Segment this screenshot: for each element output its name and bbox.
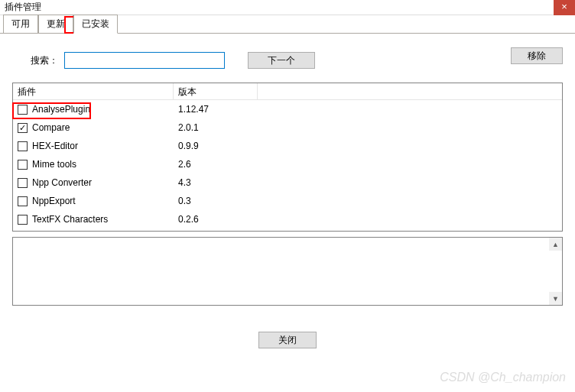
plugin-version: 4.3: [174, 177, 258, 188]
table-row[interactable]: Npp Converter4.3: [13, 173, 562, 192]
checkbox-icon[interactable]: [18, 196, 28, 206]
checkbox-icon[interactable]: [18, 215, 28, 225]
search-input[interactable]: [64, 52, 225, 69]
close-icon[interactable]: ×: [554, 0, 575, 15]
titlebar: 插件管理 ×: [0, 0, 575, 15]
plugin-version: 0.3: [174, 196, 258, 206]
checkbox-icon[interactable]: [18, 160, 28, 170]
next-button[interactable]: 下一个: [248, 52, 315, 69]
plugin-name: HEX-Editor: [32, 141, 78, 151]
plugin-version: 1.12.47: [174, 104, 258, 115]
search-row: 搜索： 下一个: [31, 52, 563, 69]
plugin-version: 0.2.6: [174, 214, 258, 225]
plugin-version: 0.9.9: [174, 141, 258, 151]
plugin-name: NppExport: [32, 196, 76, 206]
remove-button[interactable]: 移除: [511, 47, 563, 64]
plugin-name: Npp Converter: [32, 177, 92, 188]
tab-strip: 可用 更新 已安装: [0, 15, 575, 34]
table-body: AnalysePlugin1.12.47✓Compare2.0.1HEX-Edi…: [13, 100, 562, 228]
col-version[interactable]: 版本: [174, 83, 258, 99]
window-title: 插件管理: [0, 1, 46, 14]
col-spacer: [258, 83, 562, 99]
table-row[interactable]: Mime tools2.6: [13, 155, 562, 173]
col-plugin[interactable]: 插件: [13, 83, 174, 99]
checkbox-icon[interactable]: ✓: [18, 123, 28, 133]
watermark: CSDN @Ch_champion: [440, 371, 566, 384]
plugin-name: TextFX Characters: [32, 214, 108, 225]
scroll-up-icon[interactable]: ▲: [549, 238, 562, 251]
checkbox-icon[interactable]: [18, 141, 28, 151]
table-row[interactable]: AnalysePlugin1.12.47: [13, 100, 562, 118]
table-row[interactable]: NppExport0.3: [13, 192, 562, 210]
tab-installed[interactable]: 已安装: [73, 15, 118, 34]
scroll-down-icon[interactable]: ▼: [549, 292, 562, 305]
description-box: ▲ ▼: [12, 237, 563, 306]
close-button[interactable]: 关闭: [258, 332, 317, 348]
search-label: 搜索：: [31, 54, 58, 67]
plugin-name: Mime tools: [32, 159, 76, 170]
highlight-row-compare: [12, 102, 91, 119]
plugin-version: 2.0.1: [174, 122, 258, 133]
checkbox-icon[interactable]: [18, 178, 28, 188]
table-row[interactable]: TextFX Characters0.2.6: [13, 210, 562, 228]
tab-available[interactable]: 可用: [3, 15, 38, 34]
table-row[interactable]: ✓Compare2.0.1: [13, 118, 562, 137]
plugin-name: Compare: [32, 122, 70, 133]
table-header: 插件 版本: [13, 83, 562, 100]
plugin-version: 2.6: [174, 159, 258, 170]
plugin-table: 插件 版本 AnalysePlugin1.12.47✓Compare2.0.1H…: [12, 83, 563, 232]
table-row[interactable]: HEX-Editor0.9.9: [13, 137, 562, 155]
